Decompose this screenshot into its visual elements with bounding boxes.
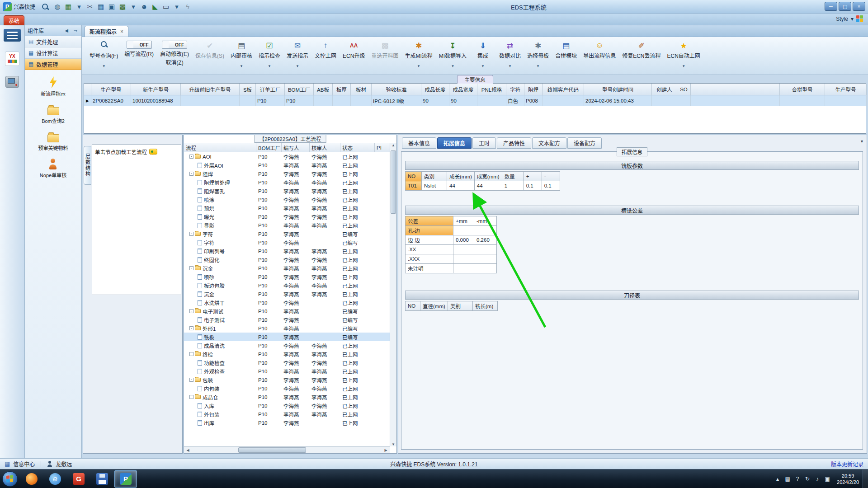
column-header[interactable] bbox=[84, 84, 91, 95]
help-icon[interactable]: ? bbox=[794, 476, 801, 482]
tab-产品特性[interactable]: 产品特性 bbox=[497, 137, 531, 149]
column-header[interactable]: 成品宽度 bbox=[449, 84, 477, 95]
caret-up-icon[interactable]: ▴ bbox=[774, 476, 781, 482]
toolbar-button-save-check[interactable]: ✔保存信息(S) bbox=[192, 40, 227, 60]
tab-文本配方[interactable]: 文本配方 bbox=[532, 137, 566, 149]
cells-icon[interactable]: ▦ bbox=[96, 2, 106, 12]
expander-icon[interactable]: - bbox=[189, 352, 193, 356]
process-row-内包装[interactable]: 内包装P10李海燕李海燕已上网 bbox=[184, 384, 390, 393]
process-row-喷砂[interactable]: 喷砂P10李海燕李海燕已上网 bbox=[184, 272, 390, 281]
message-center-button[interactable]: 信息中心 bbox=[13, 460, 35, 468]
style-menu[interactable]: Style ▾ bbox=[836, 15, 863, 23]
sidebar-item-数据管理[interactable]: ▤数据管理 bbox=[25, 59, 81, 70]
taskbar-app-app-g[interactable]: G bbox=[67, 470, 90, 488]
caret-b-icon[interactable]: ▾ bbox=[128, 2, 138, 12]
horizontal-scrollbar[interactable]: ◀ ▶ bbox=[184, 446, 390, 453]
tab-new-process-instruction[interactable]: 新流程指示 × bbox=[85, 26, 128, 37]
process-row-电子测试[interactable]: 电子测试P10李海燕已编写 bbox=[184, 315, 390, 324]
column-header[interactable]: 板材 bbox=[351, 84, 372, 95]
expander-icon[interactable]: - bbox=[189, 155, 193, 159]
grid-data-row[interactable]: ▶2P00822SA010010200188948P10P10IPC-6012 … bbox=[84, 95, 866, 106]
process-row-阻焊塞孔[interactable]: 阻焊塞孔P10李海燕李海燕已上网 bbox=[184, 187, 390, 195]
process-row-水洗烘干[interactable]: 水洗烘干P10李海燕已上网 bbox=[184, 298, 390, 307]
column-header[interactable]: 升级前旧生产型号 bbox=[181, 84, 240, 95]
toolbar-button-integrate[interactable]: ⇓集成▾ bbox=[470, 40, 496, 69]
column-header[interactable]: 阻焊 bbox=[524, 84, 542, 95]
column-header[interactable]: 编写人 bbox=[282, 143, 310, 152]
taskbar-app-eds-app[interactable]: P bbox=[114, 470, 137, 488]
table-row[interactable]: 边-边0.0000.260 bbox=[406, 235, 497, 245]
chevron-down-icon[interactable]: ▾ bbox=[297, 64, 299, 68]
start-button[interactable] bbox=[0, 470, 20, 488]
table-icon[interactable]: ▦ bbox=[63, 2, 73, 12]
process-row-印刷列号[interactable]: 印刷列号P10李海燕李海燕已上网 bbox=[184, 247, 390, 255]
volume-icon[interactable]: ♪ bbox=[814, 476, 821, 482]
column-header[interactable]: 流程 bbox=[184, 143, 256, 152]
user-icon[interactable]: ☻ bbox=[139, 2, 149, 12]
process-row-阻焊[interactable]: -阻焊P10李海燕李海燕已上网 bbox=[184, 169, 390, 178]
sidebar-tool-Bom查询2[interactable]: Bom查询2 bbox=[42, 104, 65, 124]
toolbar-button-compare[interactable]: ⇄数据对比▾ bbox=[496, 40, 524, 69]
column-header[interactable]: 新生产型号 bbox=[131, 84, 181, 95]
device-icon[interactable] bbox=[5, 76, 19, 88]
process-row-沉金[interactable]: -沉金P10李海燕李海燕已上网 bbox=[184, 264, 390, 272]
table-row[interactable]: T01Nslot444410.10.1 bbox=[406, 181, 560, 191]
column-header[interactable]: 终端客户代码 bbox=[542, 84, 584, 95]
apps-icon[interactable]: ▩ bbox=[118, 2, 127, 12]
chevron-down-icon[interactable]: ▾ bbox=[482, 64, 484, 68]
toolbar-button-search[interactable]: 型号查询(F)▾ bbox=[86, 40, 121, 69]
column-header[interactable]: BOM工厂 bbox=[256, 143, 282, 152]
chevron-down-icon[interactable]: ▾ bbox=[452, 64, 454, 68]
close-button[interactable]: × bbox=[853, 2, 865, 11]
column-header[interactable]: S板 bbox=[240, 84, 256, 95]
expander-icon[interactable]: - bbox=[189, 309, 193, 313]
chart-icon[interactable]: ◣ bbox=[150, 2, 160, 12]
monitor-icon[interactable]: ▭ bbox=[161, 2, 171, 12]
yx-logo-icon[interactable]: YX bbox=[5, 52, 19, 66]
column-header[interactable]: 状态 bbox=[340, 143, 375, 152]
mill-params-table[interactable]: NO类别成长(mm)成宽(mm)数量+-T01Nslot444410.10.1 bbox=[405, 171, 560, 191]
column-header[interactable]: 生产型号 bbox=[91, 84, 131, 95]
sidebar-tool-新流程指示[interactable]: 新流程指示 bbox=[41, 76, 66, 97]
taskbar-app-save-tool[interactable] bbox=[91, 470, 113, 488]
globe-icon[interactable]: ◍ bbox=[52, 2, 62, 12]
minimize-button[interactable]: ─ bbox=[825, 2, 837, 11]
scroll-left-icon[interactable]: ◀ bbox=[185, 448, 191, 452]
process-row-成品清洗[interactable]: 成品清洗P10李海燕李海燕已上网 bbox=[184, 341, 390, 350]
process-row-包装[interactable]: -包装P10李海燕李海燕已上网 bbox=[184, 375, 390, 384]
process-row-喷涂[interactable]: 喷涂P10李海燕李海燕已上网 bbox=[184, 195, 390, 204]
toolbar-button-auto-upload-star[interactable]: ★ECN自动上网▾ bbox=[664, 40, 703, 69]
expander-icon[interactable]: - bbox=[189, 232, 193, 236]
toolbar-button-printer[interactable]: ▤内部审核▾ bbox=[227, 40, 255, 69]
column-header[interactable]: 合拼型号 bbox=[780, 84, 825, 95]
copy-icon[interactable]: ▣ bbox=[107, 2, 117, 12]
table-row[interactable]: 孔-边 bbox=[406, 226, 497, 235]
column-header[interactable]: 型号创建时间 bbox=[584, 84, 652, 95]
scroll-down-icon[interactable]: ▼ bbox=[391, 442, 396, 446]
chevron-down-icon[interactable]: ▾ bbox=[418, 64, 420, 68]
process-row-显影[interactable]: 显影P10李海燕李海燕已上网 bbox=[184, 221, 390, 230]
chevron-down-icon[interactable]: ▾ bbox=[683, 64, 685, 68]
expander-icon[interactable]: - bbox=[189, 266, 193, 270]
tool-diameter-table[interactable]: NO直径(mm)类别铣长(m) bbox=[405, 301, 498, 311]
tab-layer-structure[interactable]: 层数结构 bbox=[84, 146, 91, 185]
collapse-left-icon[interactable]: ◀ bbox=[63, 28, 70, 33]
process-row-沉金[interactable]: 沉金P10李海燕李海燕已上网 bbox=[184, 290, 390, 298]
expander-icon[interactable]: - bbox=[189, 378, 193, 382]
column-header[interactable]: SO bbox=[677, 84, 691, 95]
caret-c-icon[interactable]: ▾ bbox=[172, 2, 182, 12]
toolbar-button-merge-module[interactable]: ▤合拼模块 bbox=[552, 40, 580, 60]
chevron-down-icon[interactable]: ▾ bbox=[269, 64, 271, 68]
slot-tolerance-table[interactable]: 公差+mm-mm孔-边边-边0.0000.260.XX.XXX未注明 bbox=[405, 216, 497, 273]
search-icon[interactable] bbox=[42, 3, 52, 10]
process-row-终固化[interactable]: 终固化P10李海燕李海燕已上网 bbox=[184, 255, 390, 264]
process-row-外观检查[interactable]: 外观检查P10李海燕李海燕已上网 bbox=[184, 367, 390, 375]
process-row-成品仓[interactable]: -成品仓P10李海燕李海燕已上网 bbox=[184, 393, 390, 401]
vertical-scroll-thumb[interactable] bbox=[391, 150, 396, 214]
column-header[interactable]: 核审人 bbox=[310, 143, 340, 152]
column-header[interactable]: 订单工厂 bbox=[256, 84, 285, 95]
caret-a-icon[interactable]: ▾ bbox=[74, 2, 84, 12]
maximize-button[interactable]: ▢ bbox=[839, 2, 851, 11]
table-row[interactable]: .XX bbox=[406, 245, 497, 254]
toolbar-button-toggle[interactable]: OFF编写流程(R) bbox=[121, 40, 157, 58]
